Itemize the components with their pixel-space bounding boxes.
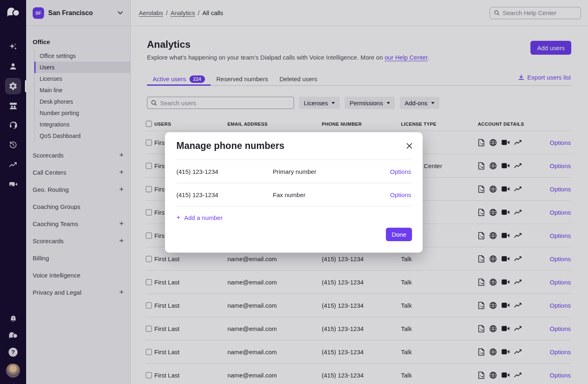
notifications-bell-icon[interactable] [0,313,26,324]
sidebar-section-item[interactable]: Call Centers + [26,164,130,181]
user-phone: (415) 123-1234 [322,302,401,309]
row-checkbox[interactable] [146,372,152,378]
breadcrumb-analytics[interactable]: Analytics [170,9,195,16]
tab[interactable]: Active users 224 [147,73,211,86]
globe-icon [489,232,497,240]
plus-icon[interactable]: + [119,168,124,177]
close-icon[interactable] [406,143,413,149]
add-users-button[interactable]: Add users [530,41,571,55]
sidebar-item[interactable]: Number porting [35,107,130,119]
help-icon[interactable]: ? [0,347,26,357]
sidebar-item[interactable]: Office settings [35,50,130,62]
user-license: Talk [401,302,478,309]
chevron-down-icon [118,11,123,15]
plus-icon[interactable]: + [119,151,124,160]
plus-icon[interactable]: + [119,219,124,228]
sidebar-section-item[interactable]: Caoching Teams + [26,215,130,232]
row-checkbox[interactable] [146,349,152,355]
video-settings-icon[interactable] [0,174,26,194]
row-options-link[interactable]: Options [550,348,571,355]
row-checkbox[interactable] [146,256,152,262]
row-options-link[interactable]: Options [550,186,571,193]
sidebar-item[interactable]: Licenses [35,73,130,84]
help-search-input[interactable] [503,9,577,16]
workspace-badge: SF [33,7,44,19]
globe-icon [489,348,497,356]
user-name: First Last [154,255,227,262]
user-email: name@email.com [227,255,322,262]
select-all-checkbox[interactable] [146,121,152,127]
history-icon[interactable] [0,135,26,155]
meetings-icon[interactable] [0,96,26,115]
sidebar-section-item[interactable]: Voice Intelligence [26,266,130,284]
globe-icon [489,162,497,170]
plus-icon[interactable]: + [119,185,124,194]
plus-icon[interactable]: + [119,236,124,245]
row-options-link[interactable]: Options [550,162,571,169]
export-users-link[interactable]: Export users list [518,74,571,81]
row-options-link[interactable]: Options [550,279,571,286]
row-checkbox[interactable] [146,326,152,332]
number-options-link[interactable]: Options [390,168,411,175]
filter-dropdown-button[interactable]: Permissions [345,97,395,109]
sidebar-section-item[interactable]: Geo. Routing + [26,181,130,198]
row-options-link[interactable]: Options [550,139,571,146]
workspace-switcher[interactable]: SF San Francisco [26,0,130,26]
plus-icon[interactable]: + [119,288,124,297]
ai-sparkles-icon[interactable] [0,37,26,57]
user-name: First Last [154,372,227,379]
video-camera-icon [501,186,510,192]
row-options-link[interactable]: Options [550,232,571,239]
help-center-link[interactable]: our Help Center [385,54,428,61]
sidebar-section-item[interactable]: Coaching Groups [26,198,130,215]
table-row: First Last name@email.com (415) 123-1234… [146,317,571,340]
done-button[interactable]: Done [386,228,412,241]
sidebar-item[interactable]: QoS Dashboard [35,130,130,142]
sidebar-item[interactable]: Integrations [35,119,130,130]
phone-document-icon [478,185,485,193]
account-details [478,348,547,356]
number-options-link[interactable]: Options [390,191,411,198]
user-avatar[interactable] [6,364,20,377]
breadcrumb-current: All calls [203,9,223,16]
dialpad-logo-icon[interactable] [6,7,20,18]
row-checkbox[interactable] [146,279,152,285]
sidebar-item[interactable]: Main line [35,84,130,96]
row-options-link[interactable]: Options [550,209,571,216]
tab[interactable]: Reserved numbers [211,73,274,86]
tab[interactable]: Deleted users [274,73,323,86]
row-checkbox[interactable] [146,163,152,169]
analytics-icon[interactable] [0,155,26,174]
row-checkbox[interactable] [146,209,152,215]
add-number-link[interactable]: + Add a number [176,206,411,229]
breadcrumb-separator: / [166,9,167,16]
topbar: Aerolabs / Analytics / All calls [131,0,588,26]
sidebar-item[interactable]: Desk phones [35,96,130,107]
search-users-input[interactable] [160,100,290,107]
trend-icon [514,302,522,308]
row-options-link[interactable]: Options [550,372,571,379]
phone-number-type: Primary number [273,168,390,175]
row-options-link[interactable]: Options [550,255,571,262]
user-name: First Last [154,302,227,309]
filter-dropdown-button[interactable]: Add-ons [400,97,439,109]
row-checkbox[interactable] [146,302,152,309]
phone-document-icon [478,232,485,240]
dialpad-mini-logo-icon[interactable] [0,330,26,341]
sidebar-section-item[interactable]: Scorecards + [26,232,130,249]
sidebar-item[interactable]: Users [35,62,130,73]
sidebar-section-item[interactable]: Billing [26,249,130,266]
sidebar-section-item[interactable]: Privacy and Legal + [26,284,130,301]
row-checkbox[interactable] [146,186,152,192]
settings-icon[interactable] [0,76,26,96]
row-checkbox[interactable] [146,140,152,146]
sidebar-section-item[interactable]: Scorecards + [26,146,130,164]
video-camera-icon [501,233,510,238]
filter-dropdown-button[interactable]: Licenses [299,97,340,109]
row-checkbox[interactable] [146,233,152,239]
contacts-icon[interactable] [0,57,26,76]
row-options-link[interactable]: Options [550,325,571,332]
headset-icon[interactable] [0,115,26,135]
breadcrumb-aerolabs[interactable]: Aerolabs [139,9,163,16]
row-options-link[interactable]: Options [550,302,571,309]
